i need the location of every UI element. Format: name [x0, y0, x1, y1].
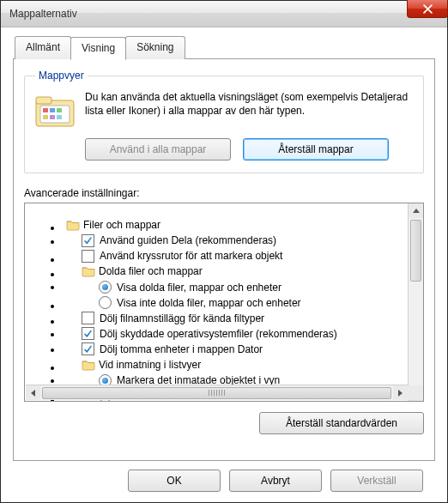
- tree-label: Dölj skyddade operativsystemfiler (rekom…: [100, 326, 337, 342]
- tree-item[interactable]: Dölj tomma enheter i mappen Dator: [63, 342, 408, 357]
- tree-label: Dölj tomma enheter i mappen Dator: [100, 342, 263, 357]
- checkbox[interactable]: [82, 327, 94, 340]
- apply-to-all-folders-button[interactable]: Använd i alla mappar: [85, 138, 231, 161]
- vertical-scrollbar[interactable]: [408, 203, 423, 401]
- checkbox[interactable]: [82, 342, 94, 355]
- vertical-scroll-track[interactable]: [409, 218, 423, 386]
- advanced-settings-tree: Filer och mapparAnvänd guiden Dela (reko…: [24, 203, 424, 402]
- tab-general[interactable]: Allmänt: [15, 36, 71, 59]
- window-title: Mappalternativ: [9, 8, 77, 20]
- svg-rect-6: [43, 115, 48, 119]
- tab-search[interactable]: Sökning: [125, 36, 185, 59]
- horizontal-scrollbar[interactable]: [26, 385, 408, 400]
- scrollbar-corner: [408, 385, 422, 400]
- reset-folders-button[interactable]: Återställ mappar: [243, 138, 389, 161]
- chevron-right-icon: [398, 390, 403, 397]
- horizontal-scroll-track[interactable]: [40, 385, 393, 400]
- tree-item[interactable]: Vid inmatning i listvyer: [63, 357, 408, 373]
- ok-button[interactable]: OK: [128, 470, 221, 492]
- svg-rect-8: [57, 115, 62, 119]
- close-icon: [423, 4, 433, 14]
- tree-item[interactable]: Dölj filnamnstillägg för kända filtyper: [63, 311, 408, 326]
- thumb-grip-icon: [209, 390, 226, 396]
- tree-viewport: Filer och mapparAnvänd guiden Dela (reko…: [25, 203, 408, 401]
- tree-item[interactable]: Visa inte dolda filer, mappar och enhete…: [63, 295, 408, 311]
- dialog-window: Mappalternativ Allmänt Visning Sökning M…: [0, 0, 448, 503]
- tree-label: Vid inmatning i listvyer: [99, 357, 201, 373]
- svg-rect-1: [36, 97, 51, 104]
- svg-rect-5: [57, 108, 62, 112]
- svg-rect-4: [50, 108, 55, 112]
- folder-views-group: Mappvyer Du kan använda det aktuella vis…: [24, 70, 424, 173]
- vertical-scroll-thumb[interactable]: [410, 220, 421, 282]
- checkbox[interactable]: [82, 312, 94, 324]
- folder-views-text: Du kan använda det aktuella visningsläge…: [85, 90, 413, 118]
- tree-label: Visa dolda filer, mappar och enheter: [117, 280, 282, 295]
- scroll-up-button[interactable]: [409, 203, 423, 218]
- tree-label: Dolda filer och mappar: [99, 264, 203, 279]
- scroll-left-button[interactable]: [26, 385, 40, 400]
- tree-item[interactable]: Visa dolda filer, mappar och enheter: [63, 280, 408, 295]
- tree-label: Dölj filnamnstillägg för kända filtyper: [100, 311, 264, 326]
- client-area: Allmänt Visning Sökning Mappvyer Du kan …: [1, 27, 447, 502]
- advanced-settings-label: Avancerade inställningar:: [24, 187, 424, 199]
- close-button[interactable]: [407, 0, 448, 18]
- chevron-up-icon: [413, 209, 420, 213]
- horizontal-scroll-thumb[interactable]: [42, 387, 391, 399]
- folder-views-icon: [35, 94, 75, 128]
- restore-defaults-button[interactable]: Återställ standardvärden: [259, 412, 424, 434]
- apply-button[interactable]: Verkställ: [330, 470, 423, 492]
- svg-rect-3: [43, 108, 48, 112]
- cancel-button[interactable]: Avbryt: [229, 470, 322, 492]
- titlebar: Mappalternativ: [1, 1, 447, 27]
- tree-label: Använd guiden Dela (rekommenderas): [100, 233, 276, 248]
- radio[interactable]: [99, 281, 112, 294]
- svg-rect-7: [50, 115, 55, 119]
- dialog-button-row: OK Avbryt Verkställ: [13, 461, 435, 492]
- tree-label: Filer och mappar: [83, 217, 160, 233]
- tree-item[interactable]: Använd kryssrutor för att markera objekt: [63, 248, 408, 264]
- tree-label: Visa inte dolda filer, mappar och enhete…: [117, 295, 301, 311]
- tree-label: Använd kryssrutor för att markera objekt: [100, 248, 282, 264]
- scroll-right-button[interactable]: [393, 385, 408, 400]
- tree-folder-root[interactable]: Filer och mappar: [63, 217, 408, 233]
- tree-item[interactable]: Dolda filer och mappar: [63, 264, 408, 279]
- tab-view[interactable]: Visning: [70, 37, 126, 60]
- tab-panel-view: Mappvyer Du kan använda det aktuella vis…: [13, 58, 435, 461]
- chevron-left-icon: [31, 390, 35, 397]
- checkbox[interactable]: [82, 250, 94, 263]
- tree-item[interactable]: Använd guiden Dela (rekommenderas): [63, 233, 408, 248]
- folder-views-legend: Mappvyer: [35, 70, 88, 82]
- tabstrip: Allmänt Visning Sökning: [15, 36, 435, 59]
- checkbox[interactable]: [82, 234, 94, 247]
- tree-item[interactable]: Dölj skyddade operativsystemfiler (rekom…: [63, 326, 408, 342]
- radio[interactable]: [99, 296, 112, 309]
